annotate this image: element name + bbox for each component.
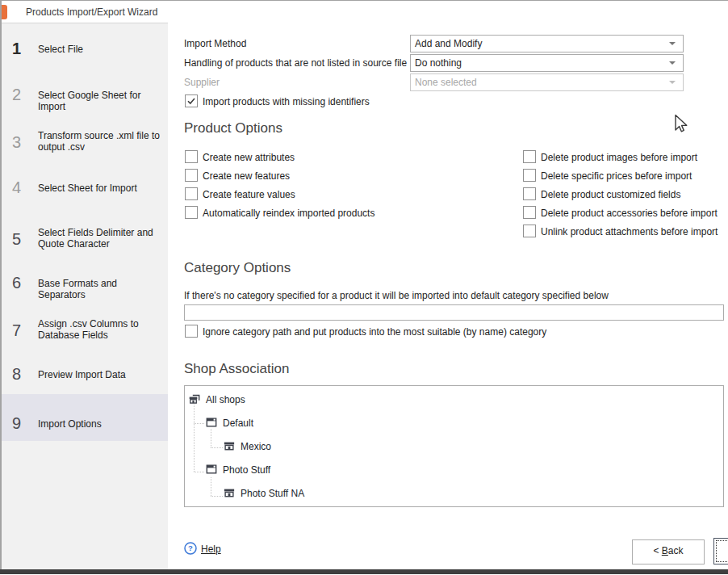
step-number: 7 bbox=[12, 321, 35, 339]
import-method-label: Import Method bbox=[184, 38, 246, 49]
checkbox-label: Delete product accessories before import bbox=[541, 208, 718, 219]
category-options-heading: Category Options bbox=[184, 260, 291, 276]
step-label: Import Options bbox=[38, 418, 161, 430]
window-top-border bbox=[0, 0, 728, 1]
window-title: Products Import/Export Wizard bbox=[26, 6, 157, 18]
back-button-text: ack bbox=[668, 545, 684, 556]
tree-connector bbox=[194, 472, 204, 472]
shop-group-icon bbox=[206, 464, 217, 475]
wizard-window: Products Import/Export Wizard 1 Select F… bbox=[0, 0, 728, 575]
checkbox-label: Delete specific prices before import bbox=[541, 170, 692, 182]
checkbox-checked[interactable] bbox=[185, 94, 198, 107]
back-button-prefix: < bbox=[653, 545, 661, 556]
sidebar-step-select-sheet[interactable]: 4 Select Sheet for Import bbox=[2, 178, 168, 224]
sidebar-step-select-file[interactable]: 1 Select File bbox=[2, 40, 168, 85]
help-question-icon: ? bbox=[184, 542, 197, 555]
checkbox-label: Delete product customized fields bbox=[541, 189, 680, 200]
shop-icon bbox=[224, 487, 235, 498]
step-label: Preview Import Data bbox=[38, 369, 161, 380]
checkbox-label: Create new features bbox=[203, 170, 290, 182]
step-number: 3 bbox=[12, 133, 35, 151]
supplier-value: None selected bbox=[415, 77, 477, 88]
app-icon bbox=[2, 5, 7, 19]
checkbox-unchecked[interactable] bbox=[185, 169, 198, 182]
chevron-down-icon bbox=[669, 61, 676, 65]
supplier-label: Supplier bbox=[184, 77, 220, 88]
checkbox-unchecked[interactable] bbox=[523, 225, 536, 237]
tree-connector bbox=[194, 405, 195, 472]
checkbox-unchecked[interactable] bbox=[185, 187, 198, 200]
checkbox-label: Delete product images before import bbox=[541, 152, 697, 163]
tree-connector bbox=[211, 496, 223, 497]
tree-item-label: Photo Stuff bbox=[223, 464, 270, 476]
step-number: 1 bbox=[12, 40, 35, 57]
svg-text:?: ? bbox=[188, 544, 193, 552]
tree-connector bbox=[211, 447, 223, 448]
all-shops-icon bbox=[189, 393, 200, 405]
checkbox-unchecked[interactable] bbox=[185, 206, 198, 219]
step-number: 5 bbox=[12, 230, 35, 248]
help-label: Help bbox=[201, 544, 221, 555]
shop-association-heading: Shop Association bbox=[184, 361, 289, 377]
sidebar-step-transform-xml[interactable]: 3 Transform source .xml file to output .… bbox=[2, 128, 168, 174]
step-label: Select Google Sheet for Import bbox=[38, 90, 161, 112]
tree-connector bbox=[194, 423, 204, 424]
window-bottom-edge bbox=[0, 569, 728, 574]
title-bar: Products Import/Export Wizard bbox=[2, 1, 728, 23]
chevron-down-icon bbox=[669, 81, 676, 84]
checkbox-unchecked[interactable] bbox=[523, 169, 536, 182]
step-label: Select Sheet for Import bbox=[38, 183, 161, 194]
step-number: 9 bbox=[12, 414, 35, 432]
handling-select[interactable]: Do nothing bbox=[410, 54, 684, 72]
back-button-mnemonic: B bbox=[662, 545, 668, 556]
sidebar-step-google-sheet[interactable]: 2 Select Google Sheet for Import bbox=[2, 86, 168, 131]
category-options-description: If there's no category specified for a p… bbox=[184, 290, 609, 301]
checkbox-label: Automatically reindex imported products bbox=[203, 208, 374, 219]
step-label: Select Fields Delimiter and Quote Charac… bbox=[38, 227, 161, 250]
checkbox-unchecked[interactable] bbox=[523, 187, 536, 200]
tree-connector bbox=[211, 477, 211, 496]
sidebar-step-delimiter[interactable]: 5 Select Fields Delimiter and Quote Char… bbox=[2, 225, 168, 271]
step-label: Base Formats and Separators bbox=[38, 278, 161, 300]
step-label: Transform source .xml file to output .cs… bbox=[38, 130, 161, 153]
sidebar-step-import-options[interactable]: 9 Import Options bbox=[2, 414, 168, 460]
checkbox-label: Import products with missing identifiers bbox=[203, 96, 370, 107]
tree-item-label: Photo Stuff NA bbox=[241, 488, 304, 499]
default-category-input[interactable] bbox=[184, 304, 724, 321]
shop-icon bbox=[224, 440, 235, 451]
checkbox-label: Create feature values bbox=[203, 189, 295, 200]
tree-item-label: All shops bbox=[206, 394, 245, 405]
checkbox-unchecked[interactable] bbox=[523, 150, 536, 163]
wizard-steps-sidebar: 1 Select File 2 Select Google Sheet for … bbox=[2, 23, 168, 570]
step-number: 4 bbox=[12, 178, 35, 196]
checkbox-label: Unlink product attachments before import bbox=[541, 226, 718, 237]
sidebar-step-assign-columns[interactable]: 7 Assign .csv Columns to Database Fields bbox=[2, 317, 168, 362]
back-button[interactable]: < Back bbox=[632, 539, 705, 565]
sidebar-step-preview[interactable]: 8 Preview Import Data bbox=[2, 365, 168, 410]
tree-item-label: Mexico bbox=[241, 441, 271, 452]
product-options-heading: Product Options bbox=[184, 120, 282, 136]
step-number: 2 bbox=[12, 86, 35, 103]
shop-group-icon bbox=[206, 417, 217, 428]
next-button-partial[interactable] bbox=[713, 538, 728, 565]
checkbox-unchecked[interactable] bbox=[185, 150, 198, 163]
checkbox-label: Ignore category path and put products in… bbox=[203, 326, 546, 338]
mouse-cursor bbox=[673, 114, 689, 135]
handling-label: Handling of products that are not listed… bbox=[184, 57, 407, 69]
chevron-down-icon bbox=[669, 42, 676, 45]
focus-rectangle bbox=[716, 540, 728, 562]
tree-item-label: Default bbox=[223, 418, 253, 429]
checkmark-icon bbox=[186, 95, 197, 107]
shop-association-tree: All shops Default Mexico Photo Stuff Pho… bbox=[184, 385, 724, 507]
handling-value: Do nothing bbox=[415, 57, 462, 69]
checkbox-unchecked[interactable] bbox=[523, 206, 536, 219]
sidebar-step-base-formats[interactable]: 6 Base Formats and Separators bbox=[2, 274, 168, 319]
checkbox-label: Create new attributes bbox=[203, 152, 295, 163]
window-left-border bbox=[0, 0, 2, 569]
step-number: 6 bbox=[12, 274, 35, 292]
step-label: Select File bbox=[38, 44, 161, 55]
step-label: Assign .csv Columns to Database Fields bbox=[38, 318, 161, 341]
import-method-select[interactable]: Add and Modify bbox=[410, 35, 684, 52]
checkbox-unchecked[interactable] bbox=[185, 325, 198, 338]
import-method-value: Add and Modify bbox=[415, 38, 482, 49]
